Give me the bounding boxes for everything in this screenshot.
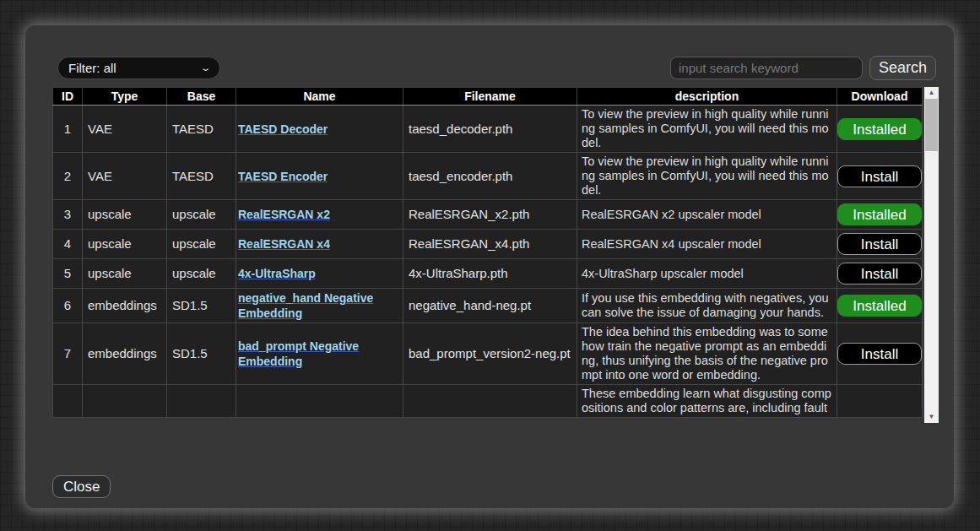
cell-download: Install [837, 259, 923, 289]
cell-description: To view the preview in high quality whil… [577, 153, 837, 200]
cell-description: RealESRGAN x4 upscaler model [577, 230, 837, 259]
cell-base: upscale [167, 259, 236, 289]
cell-download: Install [837, 323, 923, 385]
model-table-zone: IDTypeBaseNameFilenamedescriptionDownloa… [52, 87, 939, 423]
install-button[interactable]: Install [837, 165, 922, 187]
cell-filename: taesd_decoder.pth [403, 106, 577, 153]
cell-id: 2 [53, 153, 83, 200]
cell-description: These embedding learn what disgusting co… [577, 385, 837, 418]
canvas-background: Filter: all ⌄ Search IDTypeBaseNameFilen… [0, 0, 980, 531]
cell-download: Installed [837, 289, 923, 323]
cell-download [837, 385, 923, 418]
cell-name [236, 385, 403, 418]
model-name-link[interactable]: 4x-UltraSharp [238, 267, 316, 280]
cell-base [167, 385, 236, 418]
install-models-dialog: Filter: all ⌄ Search IDTypeBaseNameFilen… [25, 25, 954, 508]
installed-button[interactable]: Installed [837, 203, 922, 225]
cell-id: 3 [53, 200, 83, 230]
model-name-link[interactable]: RealESRGAN x4 [238, 237, 330, 251]
column-header-download: Download [837, 88, 923, 106]
table-row: 2VAETAESD TAESD Encodertaesd_encoder.pth… [53, 153, 923, 200]
column-header-filename: Filename [403, 88, 577, 106]
install-button[interactable]: Install [837, 343, 922, 365]
model-table-body: 1VAETAESD TAESD Decodertaesd_decoder.pth… [53, 106, 923, 418]
cell-filename: RealESRGAN_x4.pth [403, 230, 577, 259]
table-scrollbar[interactable]: ▲ ▼ [924, 87, 939, 423]
cell-type [83, 385, 167, 418]
model-name-link[interactable]: negative_hand Negative Embedding [238, 291, 373, 320]
column-header-name: Name [236, 88, 403, 106]
cell-base: upscale [167, 200, 236, 230]
cell-filename: RealESRGAN_x2.pth [403, 200, 577, 230]
cell-type: VAE [83, 106, 167, 153]
cell-description: To view the preview in high quality whil… [577, 106, 837, 153]
model-table-viewport: IDTypeBaseNameFilenamedescriptionDownloa… [52, 87, 923, 423]
cell-base: SD1.5 [167, 289, 236, 323]
cell-filename: taesd_encoder.pth [403, 153, 577, 200]
install-button[interactable]: Install [837, 263, 922, 284]
filter-select[interactable]: Filter: all ⌄ [57, 57, 220, 79]
cell-name: negative_hand Negative Embedding [236, 289, 403, 323]
cell-id: 4 [53, 230, 83, 259]
scrollbar-down-arrow[interactable]: ▼ [924, 411, 939, 423]
search-input[interactable] [670, 57, 863, 79]
cell-base: SD1.5 [167, 323, 236, 385]
model-name-link[interactable]: TAESD Encoder [238, 170, 328, 183]
table-row: 4upscaleupscale RealESRGAN x4RealESRGAN_… [53, 230, 923, 259]
cell-type: upscale [83, 200, 167, 230]
cell-base: upscale [167, 230, 236, 259]
cell-id [53, 385, 83, 418]
cell-name: 4x-UltraSharp [236, 259, 403, 289]
cell-filename: negative_hand-neg.pt [403, 289, 577, 323]
table-row: 6embeddingsSD1.5 negative_hand Negative … [53, 289, 923, 323]
cell-download: Install [837, 153, 923, 200]
search-button[interactable]: Search [869, 56, 936, 80]
cell-name: TAESD Decoder [236, 106, 403, 153]
column-header-type: Type [83, 88, 167, 106]
table-row: These embedding learn what disgusting co… [53, 385, 923, 418]
cell-filename: bad_prompt_version2-neg.pt [403, 323, 577, 385]
column-header-id: ID [53, 88, 83, 106]
installed-button[interactable]: Installed [837, 295, 922, 317]
installed-button[interactable]: Installed [837, 118, 922, 140]
table-row: 3upscaleupscale RealESRGAN x2RealESRGAN_… [53, 200, 923, 230]
cell-id: 5 [53, 259, 83, 289]
scrollbar-thumb[interactable] [925, 99, 938, 151]
cell-download: Install [837, 230, 923, 259]
cell-description: If you use this embedding with negatives… [577, 289, 837, 323]
cell-name: bad_prompt Negative Embedding [236, 323, 403, 385]
cell-filename: 4x-UltraSharp.pth [403, 259, 577, 289]
table-row: 7embeddingsSD1.5 bad_prompt Negative Emb… [53, 323, 923, 385]
cell-base: TAESD [167, 153, 236, 200]
close-button[interactable]: Close [52, 475, 111, 498]
cell-type: upscale [83, 259, 167, 289]
cell-name: RealESRGAN x4 [236, 230, 403, 259]
cell-type: embeddings [83, 289, 167, 323]
cell-download: Installed [837, 106, 923, 153]
cell-description: The idea behind this embedding was to so… [577, 323, 837, 385]
model-name-link[interactable]: RealESRGAN x2 [238, 208, 330, 221]
cell-description: 4x-UltraSharp upscaler model [577, 259, 837, 289]
scrollbar-up-arrow[interactable]: ▲ [924, 87, 939, 99]
filter-select-value: Filter: all [68, 61, 116, 75]
cell-filename [403, 385, 577, 418]
cell-base: TAESD [167, 106, 236, 153]
cell-name: TAESD Encoder [236, 153, 403, 200]
install-button[interactable]: Install [837, 233, 922, 255]
cell-type: upscale [83, 230, 167, 259]
table-header-row: IDTypeBaseNameFilenamedescriptionDownloa… [53, 88, 923, 106]
cell-id: 7 [53, 323, 83, 385]
model-table: IDTypeBaseNameFilenamedescriptionDownloa… [52, 87, 923, 418]
model-name-link[interactable]: bad_prompt Negative Embedding [238, 339, 359, 368]
cell-description: RealESRGAN x2 upscaler model [577, 200, 837, 230]
cell-type: VAE [83, 153, 167, 200]
cell-type: embeddings [83, 323, 167, 385]
cell-id: 6 [53, 289, 83, 323]
model-name-link[interactable]: TAESD Decoder [238, 122, 328, 136]
column-header-base: Base [167, 88, 236, 106]
cell-name: RealESRGAN x2 [236, 200, 403, 230]
cell-download: Installed [837, 200, 923, 230]
chevron-down-icon: ⌄ [199, 62, 211, 73]
table-row: 5upscaleupscale 4x-UltraSharp4x-UltraSha… [53, 259, 923, 289]
column-header-description: description [577, 88, 837, 106]
